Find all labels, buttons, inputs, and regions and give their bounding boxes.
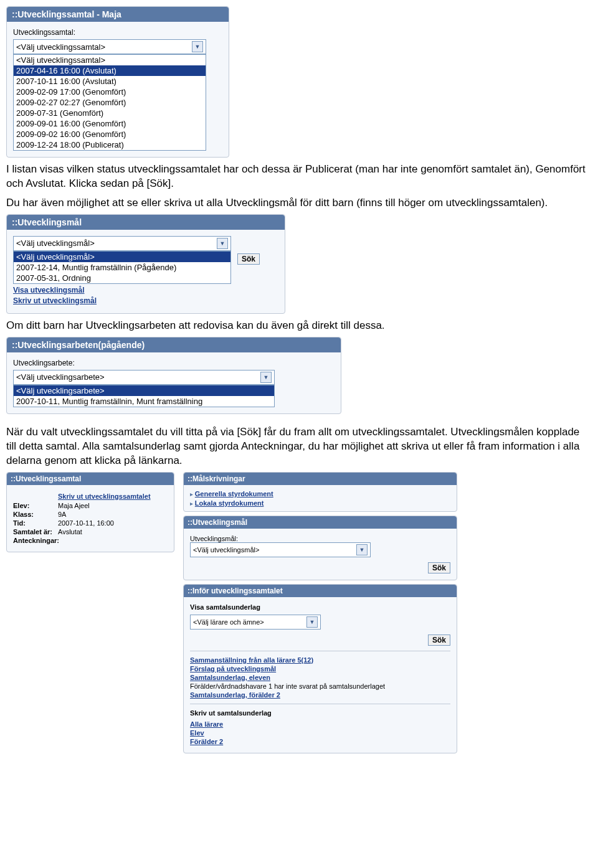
option[interactable]: 2009-09-02 16:00 (Genomfört): [14, 129, 206, 139]
link-foralder2[interactable]: Förälder 2: [190, 738, 450, 745]
option[interactable]: 2009-02-27 02:27 (Genomfört): [14, 97, 206, 108]
chevron-down-icon: ▼: [217, 238, 228, 249]
option[interactable]: 2007-10-11 16:00 (Avslutat): [14, 76, 206, 87]
link-forslag[interactable]: Förslag på utvecklingsmål: [190, 665, 450, 672]
meta-val: 2007-10-11, 16:00: [58, 519, 114, 527]
chevron-down-icon: ▼: [192, 41, 203, 52]
select-value: <Välj utvecklingssamtal>: [16, 42, 105, 52]
link-skriv-ut-samtal[interactable]: Skriv ut utvecklingssamtalet: [58, 493, 151, 500]
link-sammanstallning[interactable]: Sammanställning från alla lärare 5(12): [190, 656, 450, 664]
select-value: <Välj utvecklingsmål>: [16, 238, 95, 248]
meta-key: Elev:: [13, 502, 58, 509]
option[interactable]: 2009-12-24 18:00 (Publicerat): [14, 139, 206, 150]
option[interactable]: <Välj utvecklingsmål>: [14, 252, 230, 262]
meta-key: Klass:: [13, 511, 58, 518]
panel-title: ::Målskrivningar: [184, 473, 457, 485]
meta-key: Samtalet är:: [13, 528, 58, 535]
select-utvecklingsarbete[interactable]: <Välj utvecklingsarbete> ▼: [13, 370, 275, 385]
panel-malskrivningar: ::Målskrivningar Generella styrdokument …: [183, 472, 457, 512]
paragraph: När du valt utvecklingssamtalet du vill …: [6, 425, 592, 468]
select-value: <Välj utvecklingsarbete>: [16, 372, 105, 382]
panel-title: ::Utvecklingssamtal - Maja: [7, 7, 229, 22]
search-button[interactable]: Sök: [428, 634, 450, 646]
section-label: Visa samtalsunderlag: [190, 603, 450, 611]
select-utvecklingsmal[interactable]: <Välj utvecklingsmål> ▼: [13, 236, 231, 251]
panel-infor-samtal: ::Inför utvecklingssamtalet Visa samtals…: [183, 584, 457, 753]
meta-key: Anteckningar:: [13, 537, 58, 544]
link-alla-larare[interactable]: Alla lärare: [190, 720, 450, 728]
option[interactable]: <Välj utvecklingssamtal>: [14, 55, 206, 65]
dropdown-options[interactable]: <Välj utvecklingsmål> 2007-12-14, Muntli…: [13, 251, 231, 284]
link-generella[interactable]: Generella styrdokument: [195, 490, 273, 498]
link-samtalsunderlag-foralder[interactable]: Samtalsunderlag, förälder 2: [190, 691, 450, 699]
panel-title: ::Inför utvecklingssamtalet: [184, 585, 457, 597]
paragraph: Du har även möjlighet att se eller skriv…: [6, 196, 592, 210]
search-button[interactable]: Sök: [237, 253, 260, 265]
meta-val: 9A: [58, 511, 66, 518]
paragraph: I listan visas vilken status utvecklings…: [6, 163, 592, 191]
select-label: Utvecklingssamtal:: [13, 28, 222, 37]
link-skriv-ut-utvecklingsmal[interactable]: Skriv ut utvecklingsmål: [13, 296, 278, 305]
select-value: <Välj utvecklingsmål>: [193, 546, 259, 554]
option[interactable]: <Välj utvecklingsarbete>: [14, 385, 274, 396]
section-label: Skriv ut samtalsunderlag: [190, 709, 450, 717]
chevron-down-icon: ▼: [306, 616, 318, 628]
panel-title: ::Utvecklingsmål: [7, 215, 285, 230]
select-value: <Välj lärare och ämne>: [193, 618, 264, 626]
option[interactable]: 2007-10-11, Muntlig framställnin, Munt f…: [14, 396, 274, 407]
panel-utvecklingsmal: ::Utvecklingsmål <Välj utvecklingsmål> ▼…: [6, 214, 285, 314]
option[interactable]: 2009-09-01 16:00 (Genomfört): [14, 118, 206, 129]
chevron-down-icon: ▼: [260, 372, 272, 383]
select-utvecklingsmal-detail[interactable]: <Välj utvecklingsmål> ▼: [190, 542, 371, 557]
link-samtalsunderlag-elev[interactable]: Samtalsunderlag, eleven: [190, 674, 450, 681]
dropdown-options[interactable]: <Välj utvecklingsarbete> 2007-10-11, Mun…: [13, 385, 275, 407]
panel-utvecklingsmal-detail: ::Utvecklingsmål Utvecklingsmål: <Välj u…: [183, 516, 457, 580]
chevron-down-icon: ▼: [356, 544, 368, 555]
select-larare-amne[interactable]: <Välj lärare och ämne> ▼: [190, 615, 321, 630]
detail-layout: ::Utvecklingssamtal Skriv ut utvecklings…: [6, 472, 592, 757]
link-lokala[interactable]: Lokala styrdokument: [195, 499, 264, 507]
option[interactable]: 2009-02-09 17:00 (Genomfört): [14, 87, 206, 97]
panel-utvecklingssamtal: ::Utvecklingssamtal - Maja Utvecklingssa…: [6, 6, 229, 158]
panel-title: ::Utvecklingssamtal: [7, 473, 174, 485]
select-label: Utvecklingsarbete:: [13, 359, 335, 367]
dropdown-options[interactable]: <Välj utvecklingssamtal> 2007-04-16 16:0…: [13, 54, 206, 151]
select-utvecklingssamtal[interactable]: <Välj utvecklingssamtal> ▼: [13, 39, 206, 54]
panel-utvecklingsarbeten: ::Utvecklingsarbeten(pågående) Utvecklin…: [6, 337, 341, 414]
select-label: Utvecklingsmål:: [190, 535, 450, 542]
paragraph: Om ditt barn har Utvecklingsarbeten att …: [6, 319, 592, 333]
link-elev[interactable]: Elev: [190, 729, 450, 737]
meta-val: Maja Ajeel: [58, 502, 90, 509]
panel-samtal-detail: ::Utvecklingssamtal Skriv ut utvecklings…: [6, 472, 174, 552]
link-visa-utvecklingsmal[interactable]: Visa utvecklingsmål: [13, 286, 278, 295]
search-button[interactable]: Sök: [428, 562, 450, 573]
note-text: Förälder/vårdnadshavare 1 har inte svara…: [190, 682, 450, 690]
option[interactable]: 2007-05-31, Ordning: [14, 273, 230, 283]
meta-key: Tid:: [13, 519, 58, 527]
option[interactable]: 2009-07-31 (Genomfört): [14, 108, 206, 118]
option[interactable]: 2007-04-16 16:00 (Avslutat): [14, 65, 206, 76]
panel-title: ::Utvecklingsarbeten(pågående): [7, 337, 341, 352]
meta-val: Avslutat: [58, 528, 82, 535]
option[interactable]: 2007-12-14, Muntlig framställnin (Pågåen…: [14, 262, 230, 273]
panel-title: ::Utvecklingsmål: [184, 516, 457, 529]
